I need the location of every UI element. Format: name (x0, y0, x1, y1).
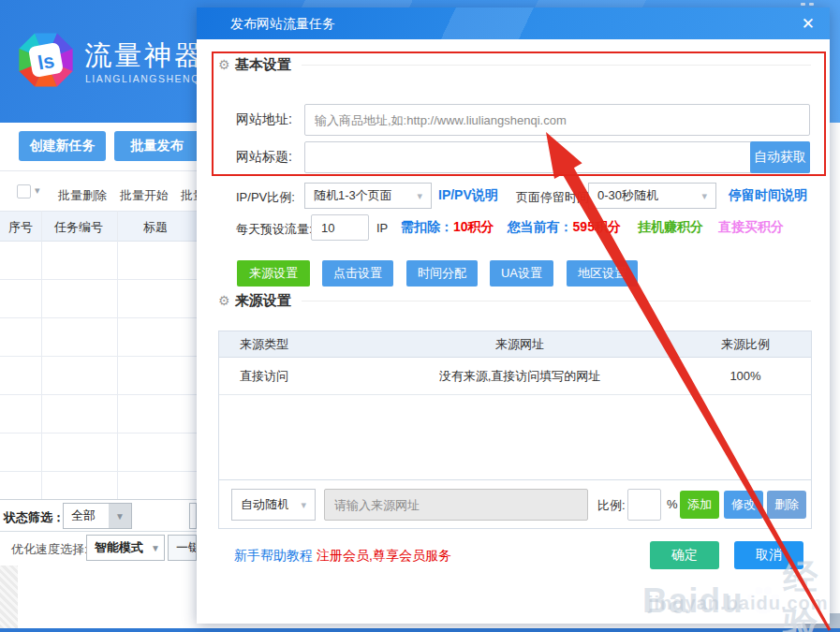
close-icon[interactable]: ✕ (798, 12, 818, 36)
source-type-cell: 直接访问 (219, 358, 360, 394)
main-actions-bar: 创建新任务 批量发布 (0, 123, 197, 171)
batch-publish-button[interactable]: 批量发布 (114, 131, 199, 161)
delete-source-button[interactable]: 删除 (767, 491, 806, 519)
status-filter-label: 状态筛选： (4, 509, 65, 526)
stay-time-help-link[interactable]: 停留时间说明 (729, 187, 807, 204)
publish-traffic-dialog: 发布网站流量任务 ✕ ⚙ 基本设置 网站地址: 网站标题: 自动获取 IP/PV… (197, 7, 830, 624)
resize-grip-area (0, 566, 18, 628)
source-type-select[interactable]: 自动随机来源 ▾ (231, 489, 316, 521)
app-window: ls 流量神器 LIANGLIANGSHENQI 创建新任务 批量发布 ▾ 批量… (0, 0, 840, 632)
add-source-button[interactable]: 添加 (680, 491, 719, 519)
chevron-down-icon[interactable]: ▾ (35, 184, 40, 197)
tab-source-settings[interactable]: 来源设置 (237, 260, 310, 287)
batch-delete-link[interactable]: 批量删除 (58, 187, 107, 204)
source-table-header: 来源类型 来源网址 来源比例 (219, 331, 811, 358)
section-divider (302, 301, 811, 301)
source-url-header: 来源网址 (360, 331, 680, 357)
ippv-ratio-label: IP/PV比例: (236, 189, 295, 206)
ippv-ratio-select[interactable]: 随机1-3个页面 ▾ (304, 183, 432, 209)
create-task-button[interactable]: 创建新任务 (19, 131, 106, 161)
source-ratio-cell: 100% (680, 358, 811, 394)
balance-value: 595积分 (573, 219, 621, 234)
table-column-divider (41, 211, 42, 499)
dialog-titlebar[interactable]: 发布网站流量任务 ✕ (197, 7, 830, 39)
app-logo-icon: ls (17, 31, 75, 89)
deduct-value: 10积分 (453, 219, 494, 234)
column-header-title: 标题 (143, 219, 168, 236)
window-control-dot[interactable] (801, 3, 805, 6)
table-column-divider (117, 211, 118, 499)
window-control-dot[interactable] (809, 3, 814, 6)
points-info: 需扣除：10积分您当前有：595积分挂机赚积分直接买积分 (401, 219, 784, 236)
website-url-label: 网站地址: (236, 111, 292, 128)
app-subtitle: LIANGLIANGSHENQI (85, 73, 204, 84)
batch-start-link[interactable]: 批量开始 (120, 187, 169, 204)
gear-icon: ⚙ (218, 293, 230, 308)
task-table-header: 序号 任务编号 标题 (0, 211, 197, 242)
daily-traffic-input[interactable] (311, 214, 369, 241)
website-url-input[interactable] (304, 104, 810, 136)
ratio-input[interactable] (627, 489, 661, 521)
buy-points-link[interactable]: 直接买积分 (718, 219, 784, 234)
stay-time-label: 页面停留时间: (516, 189, 593, 206)
deduct-label: 需扣除： (401, 219, 453, 234)
chevron-down-icon: ▾ (417, 190, 431, 202)
auto-fetch-button[interactable]: 自动获取 (750, 141, 810, 173)
daily-traffic-label: 每天预设流量: (236, 221, 313, 238)
ippv-help-link[interactable]: IP/PV说明 (438, 187, 498, 204)
source-controls-row: 自动随机来源 ▾ 比例: % 添加 修改 删除 (219, 479, 811, 528)
window-bottom-edge (0, 628, 840, 632)
source-type-header: 来源类型 (219, 331, 360, 357)
speed-select-bar: 优化速度选择: 智能模式 ▼ 一键 (0, 531, 197, 562)
chevron-down-icon[interactable]: ▼ (109, 504, 131, 528)
earn-points-link[interactable]: 挂机赚积分 (638, 219, 703, 234)
confirm-button[interactable]: 确定 (650, 541, 719, 569)
basic-settings-title: 基本设置 (235, 56, 291, 74)
edit-source-button[interactable]: 修改 (724, 491, 763, 519)
clipped-select[interactable] (189, 503, 197, 529)
app-title: 流量神器 (84, 37, 204, 75)
member-register-link[interactable]: 注册会员,尊享会员服务 (317, 548, 451, 565)
speed-select-label: 优化速度选择: (11, 541, 88, 558)
source-table-panel: 来源类型 来源网址 来源比例 直接访问 没有来源,直接访问填写的网址 100% … (218, 331, 812, 529)
one-key-label: 一键 (169, 539, 196, 556)
select-all-checkbox[interactable] (17, 184, 31, 198)
website-title-label: 网站标题: (236, 149, 292, 166)
chevron-down-icon: ▾ (701, 190, 715, 202)
balance-label: 您当前有： (508, 219, 573, 234)
table-row[interactable]: 直接访问 没有来源,直接访问填写的网址 100% (219, 358, 811, 395)
ratio-label: 比例: (597, 497, 626, 514)
source-type-value: 自动随机来源 (232, 496, 288, 513)
chevron-down-icon: ▾ (301, 499, 315, 511)
source-settings-title: 来源设置 (235, 292, 291, 310)
tab-time-allocation[interactable]: 时间分配 (406, 260, 478, 287)
ippv-ratio-value: 随机1-3个页面 (305, 187, 392, 204)
one-key-button[interactable]: 一键 (168, 535, 197, 561)
speed-mode-select[interactable]: 智能模式 ▼ (86, 535, 165, 561)
source-ratio-header: 来源比例 (680, 331, 811, 357)
website-title-input[interactable] (304, 141, 810, 173)
status-filter-bar: 状态筛选： 全部 ▼ (0, 499, 197, 531)
tab-ua-settings[interactable]: UA设置 (490, 260, 553, 287)
dialog-title: 发布网站流量任务 (230, 16, 335, 33)
source-url-cell: 没有来源,直接访问填写的网址 (360, 358, 680, 394)
column-header-task-id: 任务编号 (54, 219, 103, 236)
tab-region-settings[interactable]: 地区设置 (567, 260, 638, 287)
stay-time-select[interactable]: 0-30秒随机 ▾ (588, 183, 716, 209)
chevron-down-icon: ▼ (151, 543, 160, 553)
speed-mode-value: 智能模式 (87, 539, 143, 556)
tab-click-settings[interactable]: 点击设置 (322, 260, 393, 287)
gear-icon: ⚙ (218, 57, 230, 72)
cancel-button[interactable]: 取消 (734, 541, 803, 569)
stay-time-value: 0-30秒随机 (589, 187, 658, 204)
help-tutorial-link[interactable]: 新手帮助教程 (234, 548, 313, 565)
column-header-index: 序号 (8, 219, 33, 236)
status-filter-value: 全部 (64, 507, 96, 524)
percent-sign: % (667, 497, 678, 511)
task-table-empty-rows (0, 242, 197, 499)
section-divider (302, 65, 811, 66)
daily-traffic-unit: IP (376, 221, 388, 235)
status-filter-select[interactable]: 全部 ▼ (63, 503, 132, 529)
source-url-input[interactable] (324, 489, 588, 521)
